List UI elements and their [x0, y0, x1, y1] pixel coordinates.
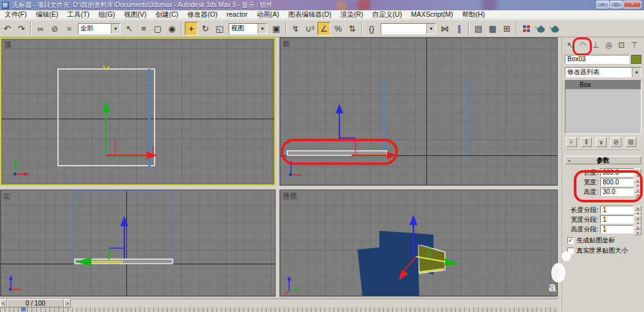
viewport-left[interactable]: 左: [0, 190, 276, 297]
menu-file[interactable]: 文件(F): [0, 10, 31, 19]
width-field[interactable]: 800.0: [600, 178, 634, 186]
menu-help[interactable]: 帮助(H): [458, 10, 490, 19]
spinner-up-icon[interactable]: ▴: [634, 178, 641, 183]
real-world-map-checkbox[interactable]: [567, 248, 574, 254]
ref-coord-dropdown[interactable]: 视图 ▾: [229, 23, 267, 34]
next-frame-button[interactable]: >: [64, 299, 71, 307]
generate-mapping-checkbox[interactable]: ✓: [567, 237, 574, 244]
length-segs-field[interactable]: 1: [600, 206, 634, 214]
menu-graph-editors[interactable]: 图表编辑器(D): [283, 10, 336, 19]
menu-customize[interactable]: 自定义(U): [368, 10, 406, 19]
spinner-up-icon[interactable]: ▴: [634, 206, 641, 211]
menu-views[interactable]: 视图(V): [120, 10, 151, 19]
width-segs-field[interactable]: 1: [600, 215, 634, 224]
select-link-icon[interactable]: ∞: [34, 22, 47, 35]
snaps-toggle-icon[interactable]: ∪³: [303, 22, 316, 35]
width-spinner[interactable]: ▴ ▾: [634, 178, 641, 186]
length-field[interactable]: 800.0: [600, 168, 634, 177]
tab-motion-icon[interactable]: ◎: [602, 39, 615, 52]
redo-icon[interactable]: ↷: [15, 22, 28, 35]
object-color-swatch[interactable]: [631, 55, 641, 64]
close-button[interactable]: ×: [623, 1, 641, 8]
tab-utilities-icon[interactable]: ⊤: [628, 39, 641, 52]
named-selection-sets-icon[interactable]: {}: [365, 22, 378, 35]
schematic-view-icon[interactable]: ⊞: [500, 22, 513, 35]
time-slider-track[interactable]: [71, 299, 558, 307]
menu-group[interactable]: 组(G): [94, 10, 120, 19]
height-segs-field[interactable]: 1: [600, 225, 634, 233]
viewport-perspective[interactable]: 透视: [279, 190, 558, 297]
viewport-front-label[interactable]: 前: [283, 39, 290, 49]
configure-modifier-sets-icon[interactable]: ⊞: [625, 137, 636, 147]
window-crossing-icon[interactable]: ◉: [166, 22, 178, 35]
layer-manager-icon[interactable]: ▤: [472, 22, 485, 35]
modifier-list-dropdown[interactable]: 修改器列表 ▾: [565, 67, 641, 77]
width-segs-spinner[interactable]: ▴ ▾: [634, 215, 641, 224]
percent-snap-icon[interactable]: %: [332, 22, 345, 35]
tab-modify-icon[interactable]: ◠: [576, 39, 589, 52]
bind-spacewarp-icon[interactable]: ≈: [62, 22, 75, 35]
menu-animation[interactable]: 动画(A): [252, 10, 283, 19]
select-object-icon[interactable]: ↖: [123, 22, 136, 35]
rect-selection-region-icon[interactable]: ▢: [151, 22, 164, 35]
mirror-icon[interactable]: ⋈: [439, 22, 451, 35]
align-icon[interactable]: ∥: [453, 22, 466, 35]
menu-rendering[interactable]: 渲染(R): [336, 10, 368, 19]
menu-create[interactable]: 创建(C): [151, 10, 184, 19]
spinner-up-icon[interactable]: ▴: [634, 168, 641, 173]
dropdown-arrow-icon[interactable]: ▾: [426, 24, 435, 34]
plane-object-edge[interactable]: [383, 81, 385, 155]
menu-tools[interactable]: 工具(T): [62, 10, 93, 19]
remove-modifier-icon[interactable]: ⊘: [611, 137, 621, 147]
menu-modifiers[interactable]: 修改器(O): [183, 10, 222, 19]
menu-edit[interactable]: 编辑(E): [31, 10, 62, 19]
tab-create-icon[interactable]: ↖: [564, 39, 576, 52]
select-scale-icon[interactable]: ◱: [213, 22, 226, 35]
stack-item-box[interactable]: Box: [565, 81, 641, 90]
material-editor-icon[interactable]: [520, 22, 533, 35]
tab-hierarchy-icon[interactable]: ⊥: [589, 39, 602, 52]
angle-snap-icon[interactable]: ∠: [317, 22, 330, 35]
menu-reactor[interactable]: reactor: [222, 10, 252, 19]
select-by-name-icon[interactable]: ≡: [137, 22, 150, 35]
unlink-selection-icon[interactable]: ⊘: [48, 22, 61, 35]
quick-render-icon[interactable]: [548, 22, 561, 35]
height-field[interactable]: 30.0: [600, 188, 634, 196]
object-name-field[interactable]: Box03: [565, 55, 629, 64]
dropdown-arrow-icon[interactable]: ▾: [258, 24, 267, 34]
frame-marker[interactable]: [21, 307, 26, 311]
track-bar[interactable]: [0, 307, 558, 312]
time-slider-button[interactable]: 0 / 100: [7, 299, 64, 307]
prev-frame-button[interactable]: <: [0, 299, 7, 307]
render-setup-icon[interactable]: [534, 22, 547, 35]
length-spinner[interactable]: ▴ ▾: [634, 168, 641, 177]
spinner-up-icon[interactable]: ▴: [634, 215, 641, 220]
viewport-top[interactable]: 顶: [0, 37, 276, 186]
undo-icon[interactable]: ↶: [1, 22, 14, 35]
parameters-rollout-header[interactable]: - 参数: [565, 156, 641, 164]
make-unique-icon[interactable]: ∨: [596, 137, 607, 147]
spinner-up-icon[interactable]: ▴: [634, 188, 641, 193]
select-manipulate-icon[interactable]: ↯: [289, 22, 302, 35]
dropdown-arrow-icon[interactable]: ▾: [632, 68, 641, 77]
viewport-top-label[interactable]: 顶: [4, 40, 11, 50]
length-segs-spinner[interactable]: ▴ ▾: [634, 206, 641, 214]
viewport-left-label[interactable]: 左: [3, 191, 10, 201]
use-center-icon[interactable]: ▣: [270, 22, 283, 35]
show-end-result-icon[interactable]: ‖: [581, 137, 592, 147]
height-spinner[interactable]: ▴ ▾: [634, 188, 641, 196]
spinner-up-icon[interactable]: ▴: [634, 225, 641, 230]
select-rotate-icon[interactable]: ↻: [199, 22, 212, 35]
dropdown-arrow-icon[interactable]: ▾: [111, 24, 120, 34]
plane-object-front[interactable]: [357, 244, 419, 297]
tab-display-icon[interactable]: ⊡: [615, 39, 628, 52]
plane-object-edge[interactable]: [467, 80, 469, 155]
height-segs-spinner[interactable]: ▴ ▾: [634, 225, 641, 233]
spinner-down-icon[interactable]: ▾: [634, 230, 641, 235]
curve-editor-icon[interactable]: ▦: [486, 22, 499, 35]
select-move-icon[interactable]: +: [185, 22, 198, 35]
menu-maxscript[interactable]: MAXScript(M): [406, 10, 457, 19]
spinner-down-icon[interactable]: ▾: [634, 193, 641, 198]
named-sets-dropdown[interactable]: ▾: [381, 23, 436, 34]
selection-filter-dropdown[interactable]: 全部 ▾: [78, 23, 120, 34]
